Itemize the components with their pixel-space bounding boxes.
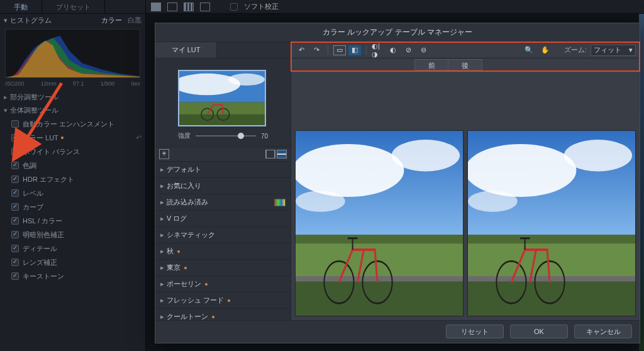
modified-dot-icon — [228, 299, 230, 302]
adj-color-lut[interactable]: カラー LUT↶ — [0, 131, 145, 145]
adj-hsl-check[interactable] — [11, 217, 19, 225]
adj-color-lut-label: カラー LUT — [23, 133, 58, 143]
adj-lens-check[interactable] — [11, 259, 19, 266]
cat-tokyo[interactable]: ▸東京 — [155, 260, 291, 276]
adj-hdr[interactable]: HDR エフェクト — [0, 172, 145, 186]
lut-thumbnail[interactable] — [178, 70, 266, 126]
adj-lum-check[interactable] — [11, 231, 19, 238]
svg-rect-14 — [296, 276, 463, 281]
adj-level-check[interactable] — [11, 189, 19, 197]
adj-color-lut-check[interactable] — [11, 134, 19, 142]
zoom-select[interactable]: フィット▾ — [591, 45, 636, 56]
view-list-icon[interactable] — [277, 150, 287, 159]
before-button[interactable]: 前 — [414, 59, 448, 70]
chevron-right-icon: ▸ — [160, 313, 167, 320]
adj-hdr-label: HDR エフェクト — [23, 175, 74, 184]
adj-level[interactable]: レベル — [0, 186, 145, 200]
cat-cinematic[interactable]: ▸シネマティック — [155, 227, 291, 243]
left-tabs: 手動 プリセット — [0, 0, 145, 14]
category-list: ▸デフォルト ▸お気に入り ▸読み込み済み ▸V ログ ▸シネマティック ▸秋 … — [155, 162, 291, 320]
modified-dot-icon — [184, 267, 187, 269]
chevron-right-icon: ▸ — [160, 198, 167, 206]
adj-keystone-check[interactable] — [11, 272, 19, 280]
chevron-down-icon: ▾ — [4, 16, 10, 25]
meta-iso: ISO200 — [5, 81, 25, 87]
group-global[interactable]: ▾全体調整ツール — [0, 104, 145, 117]
cat-vlog[interactable]: ▸V ログ — [155, 211, 291, 227]
adj-white-balance[interactable]: ホワイト バランス — [0, 145, 145, 159]
group-partial[interactable]: ▸部分調整ツール — [0, 91, 145, 104]
undo-icon[interactable]: ↶ — [136, 134, 142, 142]
cat-autumn[interactable]: ▸秋 — [155, 243, 291, 260]
tab-manual[interactable]: 手動 — [0, 0, 42, 13]
chevron-right-icon: ▸ — [160, 182, 167, 190]
compare-half-icon[interactable]: ◐ — [387, 45, 399, 55]
add-category-button[interactable]: + — [159, 149, 169, 159]
cat-porcelain[interactable]: ▸ポーセリン — [155, 276, 291, 292]
adj-curve-check[interactable] — [11, 203, 19, 211]
preview-before[interactable] — [295, 130, 464, 316]
strength-slider[interactable] — [196, 135, 256, 136]
lut-manager-modal: カラー ルックアップ テーブル マネージャー マイ LUT — [155, 23, 640, 343]
adj-lens[interactable]: レンズ補正 — [0, 255, 145, 269]
preview-after[interactable] — [467, 130, 636, 316]
modified-dot-icon — [61, 136, 64, 139]
slider-knob[interactable] — [238, 133, 244, 139]
compare-area — [291, 71, 640, 320]
histogram-header[interactable]: ▾ ヒストグラム カラー 白黒 — [0, 14, 145, 26]
redo-icon[interactable]: ↷ — [310, 45, 323, 55]
tab-preset[interactable]: プリセット — [42, 0, 105, 13]
adj-tone[interactable]: 色調 — [0, 159, 145, 172]
cat-loaded[interactable]: ▸読み込み済み — [155, 194, 291, 211]
ok-button[interactable]: OK — [510, 325, 568, 338]
histogram-meta: ISO200 12mm f/7.1 1/800 0ev — [0, 79, 145, 91]
compare-side-icon[interactable]: ◐|◑ — [372, 45, 384, 55]
adj-auto-color[interactable]: 自動カラー エンハンスメント — [0, 117, 145, 131]
cat-loaded-label: 読み込み済み — [167, 198, 208, 207]
svg-point-22 — [468, 191, 518, 212]
mode-color[interactable]: カラー — [101, 16, 122, 24]
meta-aperture: f/7.1 — [73, 81, 84, 87]
adj-lum-fix[interactable]: 明暗別色補正 — [0, 228, 145, 242]
single-view-icon[interactable]: ▭ — [333, 45, 346, 55]
view-mode-1-icon[interactable] — [151, 3, 161, 11]
reset-button[interactable]: リセット — [446, 325, 504, 338]
after-button[interactable]: 後 — [448, 59, 482, 70]
cat-fresh-food[interactable]: ▸フレッシュ フード — [155, 292, 291, 309]
cat-cool-tone[interactable]: ▸クールトーン — [155, 309, 291, 320]
adj-tone-label: 色調 — [23, 161, 36, 170]
group-global-label: 全体調整ツール — [10, 106, 58, 114]
adj-hdr-check[interactable] — [11, 176, 19, 183]
adj-curve[interactable]: カーブ — [0, 200, 145, 214]
mode-bw[interactable]: 白黒 — [128, 16, 142, 24]
adj-detail[interactable]: ディテール — [0, 242, 145, 255]
adj-wb-check[interactable] — [11, 148, 19, 155]
modified-dot-icon — [212, 316, 214, 318]
chevron-down-icon: ▾ — [629, 46, 633, 54]
split-view-icon[interactable]: ◧ — [348, 45, 361, 55]
compare-over-icon[interactable]: ⊖ — [417, 45, 430, 55]
adj-detail-label: ディテール — [23, 244, 57, 254]
adj-hsl[interactable]: HSL / カラー — [0, 214, 145, 228]
pan-icon[interactable]: ✋ — [539, 45, 552, 55]
undo-icon[interactable]: ↶ — [295, 45, 308, 55]
magnify-icon[interactable]: 🔍 — [523, 45, 535, 55]
view-mode-grid-icon[interactable] — [184, 3, 194, 11]
cat-favorite[interactable]: ▸お気に入り — [155, 178, 291, 194]
view-mode-3-icon[interactable] — [200, 3, 210, 11]
adj-keystone-label: キーストーン — [23, 272, 64, 281]
tab-my-lut[interactable]: マイ LUT — [155, 42, 217, 58]
cancel-button[interactable]: キャンセル — [574, 325, 632, 338]
svg-rect-13 — [296, 279, 463, 316]
adj-detail-check[interactable] — [11, 245, 19, 252]
cat-default[interactable]: ▸デフォルト — [155, 162, 291, 178]
soft-proof-check[interactable] — [230, 3, 238, 11]
view-mode-2-icon[interactable] — [167, 3, 177, 11]
svg-point-9 — [392, 140, 460, 171]
compare-vert-icon[interactable]: ⊘ — [402, 45, 414, 55]
adj-auto-color-check[interactable] — [11, 120, 19, 128]
cat-default-label: デフォルト — [167, 165, 201, 174]
view-grid-icon[interactable] — [265, 150, 275, 159]
adj-tone-check[interactable] — [11, 162, 19, 169]
adj-keystone[interactable]: キーストーン — [0, 269, 145, 283]
